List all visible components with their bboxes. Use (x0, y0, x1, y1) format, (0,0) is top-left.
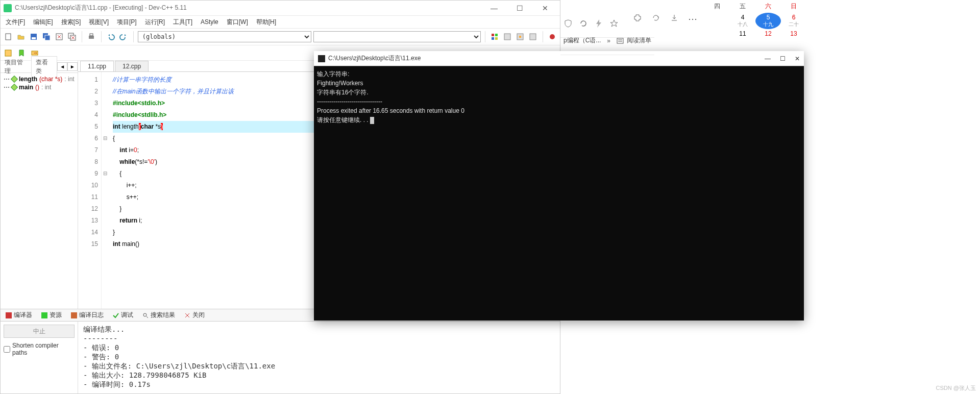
menubar: 文件[F] 编辑[E] 搜索[S] 视图[V] 项目[P] 运行[R] 工具[T… (1, 16, 560, 28)
menu-edit[interactable]: 编辑[E] (30, 17, 56, 28)
puzzle-icon[interactable] (633, 13, 642, 24)
menu-project[interactable]: 项目[P] (114, 17, 140, 28)
svg-rect-11 (492, 34, 494, 36)
symbol-name: main (19, 84, 33, 91)
calendar-day[interactable] (704, 13, 730, 29)
download-icon[interactable] (670, 13, 679, 24)
compile-button[interactable] (489, 31, 500, 42)
member-combo[interactable] (313, 31, 480, 42)
bookmark-item[interactable]: p编程（C语... (564, 36, 601, 45)
svg-rect-22 (6, 312, 12, 318)
maximize-button[interactable]: ☐ (512, 4, 527, 12)
run-button[interactable] (528, 31, 538, 42)
reading-list-button[interactable]: 阅读清单 (617, 36, 651, 45)
more-icon[interactable]: ⋯ (688, 13, 697, 24)
file-tab[interactable]: 11.cpp (80, 61, 114, 71)
app-icon (4, 4, 12, 12)
console-icon (318, 55, 325, 62)
sidebar-scroll-right-icon[interactable]: ► (67, 62, 78, 71)
svg-rect-3 (32, 37, 36, 39)
sidebar-scroll-left-icon[interactable]: ◄ (57, 62, 67, 71)
shorten-paths-input[interactable] (4, 346, 10, 353)
symbol-signature: (char *s) (39, 76, 62, 83)
svg-rect-0 (4, 4, 12, 12)
calendar-day[interactable]: 12 (755, 29, 781, 38)
weekday: 五 (730, 0, 755, 13)
tab-debug[interactable]: 调试 (111, 310, 135, 321)
svg-rect-15 (504, 34, 510, 40)
tab-compiler[interactable]: 编译器 (4, 310, 34, 321)
rebuild-button[interactable] (515, 31, 526, 42)
console-minimize-button[interactable]: — (765, 55, 771, 62)
calendar-day[interactable]: 11 (730, 29, 755, 38)
close-button[interactable]: ✕ (537, 4, 553, 12)
fold-column[interactable]: ⊟⊟ (102, 72, 109, 309)
close-all-button[interactable] (67, 31, 78, 42)
shorten-paths-checkbox[interactable]: Shorten compiler paths (4, 342, 75, 356)
titlebar: C:\Users\zjl\Desktop\c语言\11.cpp - [Execu… (1, 1, 560, 16)
abort-button[interactable]: 中止 (4, 325, 75, 338)
function-icon (11, 76, 18, 83)
calendar-day[interactable] (704, 29, 730, 38)
svg-rect-17 (519, 36, 521, 38)
open-file-button[interactable] (15, 31, 26, 42)
refresh-menu-icon[interactable] (651, 13, 660, 24)
tree-collapse-icon: ⋯ (4, 84, 10, 91)
svg-rect-13 (492, 37, 494, 40)
print-button[interactable] (86, 31, 97, 42)
menu-run[interactable]: 运行[R] (142, 17, 168, 28)
calendar-day-today[interactable]: 5十九 (755, 13, 781, 29)
compile-controls: 中止 Shorten compiler paths (1, 322, 78, 393)
svg-rect-14 (495, 37, 498, 40)
cursor-icon (370, 117, 374, 124)
svg-rect-9 (89, 36, 94, 39)
redo-button[interactable] (118, 31, 129, 42)
console-window: C:\Users\zjl\Desktop\c语言\11.exe — ☐ ✕ 输入… (314, 51, 804, 321)
symbol-name: length (19, 76, 37, 83)
menu-search[interactable]: 搜索[S] (58, 17, 84, 28)
menu-file[interactable]: 文件[F] (3, 17, 28, 28)
svg-point-19 (550, 34, 555, 39)
menu-help[interactable]: 帮助[H] (253, 17, 279, 28)
tab-compile-log[interactable]: 编译日志 (69, 310, 106, 321)
class-item[interactable]: ⋯ main () : int (4, 83, 75, 91)
minimize-button[interactable]: — (486, 4, 502, 12)
compile-run-button[interactable] (502, 31, 513, 42)
symbol-return: : int (41, 84, 51, 91)
console-titlebar: C:\Users\zjl\Desktop\c语言\11.exe — ☐ ✕ (314, 51, 804, 66)
svg-rect-12 (495, 34, 498, 36)
svg-rect-24 (71, 312, 77, 318)
calendar-day[interactable]: 4十八 (730, 13, 755, 29)
undo-button[interactable] (106, 31, 116, 42)
calendar-day[interactable]: 13 (781, 29, 806, 38)
svg-rect-1 (6, 34, 11, 40)
menu-window[interactable]: 窗口[W] (224, 17, 251, 28)
svg-point-25 (143, 313, 146, 316)
sidebar-tabs: 项目管理 查看类 ◄ ► (1, 61, 78, 73)
close-file-button[interactable] (54, 31, 64, 42)
svg-rect-18 (530, 34, 536, 40)
tab-resources[interactable]: 资源 (39, 310, 64, 321)
tab-search-results[interactable]: 搜索结果 (140, 310, 177, 321)
calendar-widget: 四 五 六 日 4十八 5十九 6二十 11 12 13 (704, 0, 806, 38)
save-all-button[interactable] (41, 31, 52, 42)
class-item[interactable]: ⋯ length (char *s) : int (4, 75, 75, 83)
compile-log[interactable]: 编译结果... -------- - 错误: 0 - 警告: 0 - 输出文件名… (78, 322, 560, 393)
debug-button[interactable] (547, 31, 558, 42)
overflow-icon[interactable]: » (607, 37, 610, 44)
function-icon (11, 84, 18, 91)
calendar-day[interactable]: 6二十 (781, 13, 806, 29)
menu-astyle[interactable]: AStyle (198, 17, 222, 27)
file-tab[interactable]: 12.cpp (115, 61, 149, 71)
menu-tools[interactable]: 工具[T] (170, 17, 195, 28)
console-maximize-button[interactable]: ☐ (780, 55, 786, 62)
tab-close[interactable]: 关闭 (182, 310, 207, 321)
sidebar: 项目管理 查看类 ◄ ► ⋯ length (char *s) : int ⋯ … (1, 61, 78, 309)
save-button[interactable] (28, 31, 39, 42)
console-close-button[interactable]: ✕ (795, 55, 800, 62)
class-view: ⋯ length (char *s) : int ⋯ main () : int (1, 73, 78, 309)
menu-view[interactable]: 视图[V] (86, 17, 112, 28)
console-output[interactable]: 输入字符串: Fighting!Workers 字符串有16个字符. -----… (314, 66, 804, 321)
new-file-button[interactable] (3, 31, 13, 42)
scope-combo[interactable]: (globals) (138, 31, 312, 42)
